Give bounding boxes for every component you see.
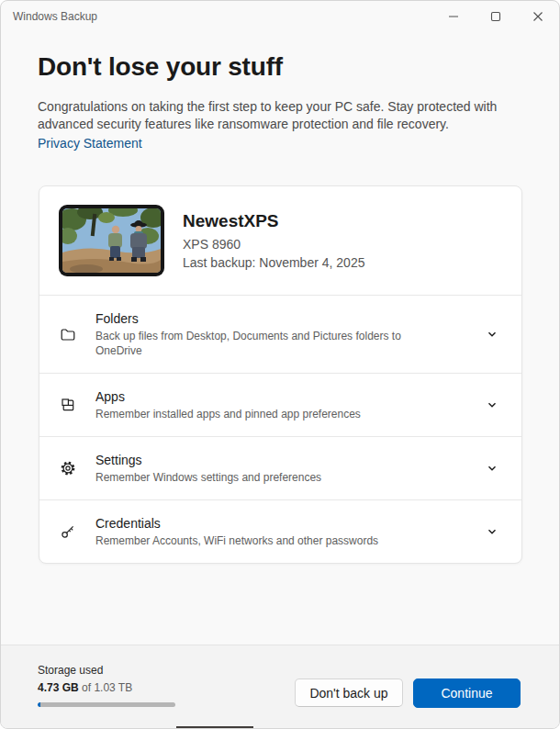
chevron-down-icon — [487, 329, 498, 340]
storage-used-label: Storage used — [38, 664, 103, 677]
backup-row-settings[interactable]: Settings Remember Windows settings and p… — [39, 437, 521, 499]
maximize-icon — [490, 11, 501, 22]
storage-amount: 4.73 GB of 1.03 TB — [38, 681, 132, 694]
continue-button[interactable]: Continue — [413, 679, 521, 708]
maximize-button[interactable] — [475, 1, 517, 32]
page-title: Don't lose your stuff — [38, 52, 283, 82]
device-wallpaper-thumbnail — [59, 205, 164, 276]
apps-icon — [60, 397, 76, 413]
chevron-down-icon — [487, 399, 498, 410]
folder-icon — [60, 326, 76, 342]
storage-progress-bar — [38, 702, 175, 707]
row-text: Apps Remember installed apps and pinned … — [95, 389, 361, 421]
storage-used-value: 4.73 GB — [38, 681, 79, 694]
row-description: Remember installed apps and pinned app p… — [95, 407, 361, 421]
backup-row-apps[interactable]: Apps Remember installed apps and pinned … — [39, 374, 521, 436]
window-title: Windows Backup — [13, 10, 97, 23]
close-button[interactable] — [517, 1, 559, 32]
backup-card: NewestXPS XPS 8960 Last backup: November… — [39, 185, 522, 564]
row-description: Back up files from Desktop, Documents an… — [95, 329, 412, 358]
storage-total-value: 1.03 TB — [94, 681, 132, 694]
minimize-icon — [448, 11, 459, 22]
row-title: Apps — [95, 389, 361, 404]
gear-icon — [60, 460, 76, 477]
row-title: Folders — [95, 311, 412, 326]
device-model: XPS 8960 — [183, 237, 364, 252]
row-text: Folders Back up files from Desktop, Docu… — [95, 311, 412, 358]
row-text: Settings Remember Windows settings and p… — [95, 453, 321, 485]
row-text: Credentials Remember Accounts, WiFi netw… — [95, 516, 378, 548]
device-name: NewestXPS — [183, 211, 364, 231]
footer-bar: Storage used 4.73 GB of 1.03 TB Don't ba… — [1, 645, 559, 729]
row-title: Credentials — [95, 516, 378, 531]
title-bar: Windows Backup — [1, 1, 559, 34]
device-info: NewestXPS XPS 8960 Last backup: November… — [183, 211, 364, 270]
storage-of-text: of — [79, 681, 95, 694]
row-description: Remember Windows settings and preference… — [95, 470, 321, 485]
chevron-down-icon — [487, 463, 498, 474]
key-icon — [60, 523, 76, 540]
backup-row-credentials[interactable]: Credentials Remember Accounts, WiFi netw… — [39, 500, 521, 563]
credentials-expand-button[interactable] — [481, 521, 503, 543]
device-last-backup: Last backup: November 4, 2025 — [183, 255, 364, 270]
close-icon — [532, 11, 543, 22]
privacy-statement-link[interactable]: Privacy Statement — [38, 136, 142, 151]
folders-expand-button[interactable] — [481, 323, 503, 345]
settings-expand-button[interactable] — [481, 457, 503, 479]
device-header: NewestXPS XPS 8960 Last backup: November… — [39, 186, 521, 295]
apps-expand-button[interactable] — [481, 394, 503, 416]
window-controls — [432, 1, 559, 32]
page-description: Congratulations on taking the first step… — [38, 98, 522, 133]
dont-back-up-button[interactable]: Don't back up — [295, 679, 403, 707]
backup-row-folders[interactable]: Folders Back up files from Desktop, Docu… — [39, 296, 521, 373]
row-title: Settings — [95, 453, 321, 467]
storage-progress-fill — [38, 702, 40, 707]
windows-backup-window: Windows Backup Don't lose your stuff Con… — [0, 0, 560, 729]
chevron-down-icon — [487, 526, 498, 537]
row-description: Remember Accounts, WiFi networks and oth… — [95, 533, 378, 548]
minimize-button[interactable] — [432, 1, 475, 32]
